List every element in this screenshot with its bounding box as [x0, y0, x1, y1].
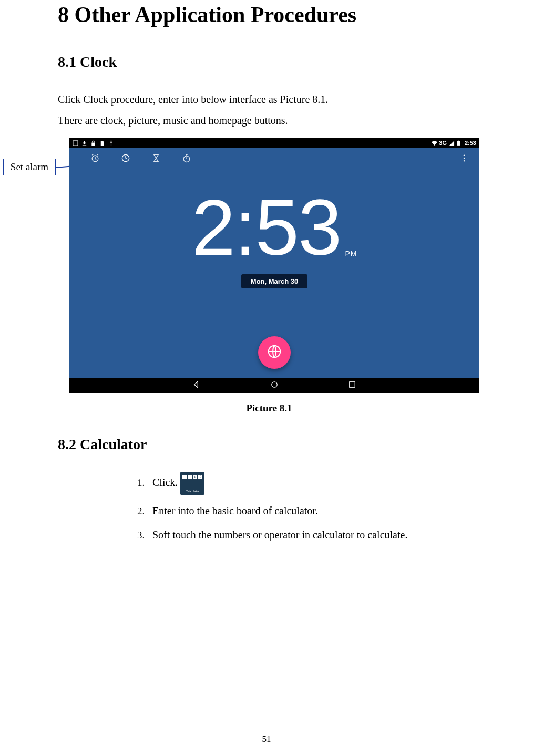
stopwatch-icon: [181, 156, 192, 165]
network-type-label: 3G: [439, 140, 447, 146]
status-icon-generic: [73, 140, 78, 146]
signal-icon: [449, 140, 455, 146]
hourglass-icon: [151, 156, 161, 165]
step-2: Enter into the basic board of calculator…: [147, 502, 480, 519]
clock-app-screenshot: 3G 2:53: [69, 138, 479, 393]
clock-tab-bar: [69, 148, 479, 170]
clock-time: 2:53: [192, 188, 341, 267]
tab-stopwatch[interactable]: [171, 153, 202, 165]
status-time: 2:53: [465, 140, 476, 146]
clock-icon: [120, 156, 131, 165]
step-3-text: Soft touch the numbers or operator in ca…: [152, 529, 407, 541]
download-icon: [81, 140, 87, 146]
section-clock-title: 8.1 Clock: [58, 54, 480, 70]
set-alarm-callout-label: Set alarm: [11, 161, 48, 173]
world-clock-fab[interactable]: [258, 336, 291, 369]
set-alarm-callout: Set alarm: [3, 159, 56, 175]
svg-rect-0: [73, 140, 78, 145]
chapter-title: 8 Other Application Procedures: [58, 2, 480, 27]
sdcard-icon: [99, 140, 105, 146]
usb-icon: [108, 140, 114, 146]
android-nav-bar: [69, 378, 479, 393]
page-number: 51: [0, 734, 533, 744]
globe-icon: [266, 344, 282, 361]
svg-point-7: [183, 156, 190, 162]
svg-point-12: [272, 382, 278, 388]
clock-app-body: 2:53 PM Mon, March 30: [69, 148, 479, 378]
step-3: Soft touch the numbers or operator in ca…: [147, 526, 480, 543]
clock-date-chip: Mon, March 30: [241, 274, 308, 288]
overflow-menu-button[interactable]: [459, 153, 469, 165]
tab-timer[interactable]: [141, 153, 171, 165]
lock-icon: [90, 140, 96, 146]
tab-alarm[interactable]: [80, 153, 110, 165]
calculator-steps: Click. +− ×÷ Calculator Enter into the b…: [147, 472, 480, 543]
calculator-icon-label: Calculator: [180, 489, 204, 494]
clock-paragraph-1: Click Clock procedure, enter into below …: [58, 89, 480, 109]
svg-point-9: [464, 158, 465, 159]
calculator-app-icon: +− ×÷ Calculator: [180, 472, 204, 495]
battery-icon: [457, 140, 463, 146]
svg-point-2: [111, 140, 112, 141]
svg-rect-3: [457, 141, 460, 146]
step-2-text: Enter into the basic board of calculator…: [152, 505, 318, 516]
svg-point-10: [464, 160, 465, 162]
tab-clock[interactable]: [110, 153, 141, 165]
alarm-icon: [90, 156, 100, 165]
step-1: Click. +− ×÷ Calculator: [147, 472, 480, 495]
step-1-text: Click.: [152, 477, 178, 488]
clock-display: 2:53 PM Mon, March 30: [69, 188, 479, 288]
android-status-bar: 3G 2:53: [69, 138, 479, 148]
clock-paragraph-2: There are clock, picture, music and home…: [58, 110, 480, 130]
nav-home-button[interactable]: [270, 380, 279, 391]
clock-ampm: PM: [345, 250, 357, 267]
svg-rect-13: [350, 382, 355, 388]
nav-recent-button[interactable]: [347, 380, 357, 391]
more-vert-icon: [459, 156, 469, 164]
wifi-icon: [431, 140, 437, 146]
nav-back-button[interactable]: [192, 380, 201, 391]
picture-caption: Picture 8.1: [58, 402, 480, 414]
svg-rect-1: [91, 142, 95, 146]
svg-point-8: [464, 154, 465, 156]
section-calculator-title: 8.2 Calculator: [58, 436, 480, 453]
svg-rect-4: [458, 140, 459, 141]
